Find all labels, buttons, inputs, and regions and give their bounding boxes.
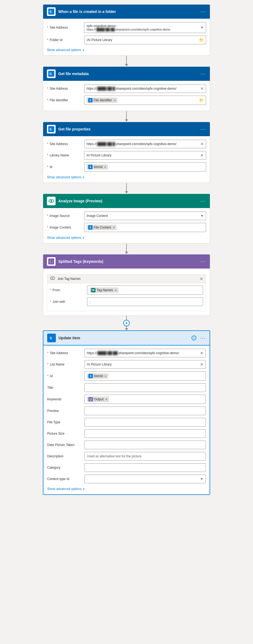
update-content-type-input[interactable]: ▼	[84, 475, 206, 483]
update-preview-row: Preview	[47, 407, 206, 415]
join-with-input[interactable]: ,	[87, 297, 203, 306]
join-tag-names-subcard: Join Tag Names ✕ * From 👁 Tag Names	[47, 274, 206, 311]
tags-more-btn[interactable]: ···	[200, 259, 206, 264]
update-id-input[interactable]: S ItemId ✕	[84, 371, 206, 381]
properties-card-title: Get file properties	[58, 127, 198, 131]
properties-library-name-input[interactable]: AI Picture Library ✕	[84, 151, 206, 160]
arrow-down-1	[125, 64, 128, 66]
metadata-card: S Get file metadata ··· * Site Address h…	[43, 66, 210, 111]
update-site-address-value: https:// ████ ██ ██.sharepoint.com/sites…	[87, 351, 179, 355]
trigger-card-body: * Site Address spfx-cognitive-demo - htt…	[43, 19, 210, 55]
update-id-label: * Id	[47, 374, 82, 378]
update-item-info-icon[interactable]: i	[192, 336, 196, 340]
comment-icon	[50, 276, 55, 281]
update-file-type-input[interactable]	[84, 418, 206, 427]
chip-close-icon-3[interactable]: ✕	[113, 226, 115, 229]
update-description-input[interactable]: Used as alternative text for the picture…	[84, 452, 206, 461]
flow-container: S When a file is created in a folder ···…	[4, 4, 249, 495]
analyze-image-source-row: * Image Source Image Content ▼	[47, 212, 206, 220]
update-keywords-chip-close[interactable]: ✕	[105, 398, 107, 401]
update-title-row: Title	[47, 383, 206, 392]
update-date-taken-input[interactable]	[84, 441, 206, 449]
properties-card-header: S Get file properties ···	[43, 122, 210, 136]
properties-site-address-input[interactable]: https:// ████ ██ █.sharepoint.com/sites/…	[84, 140, 206, 148]
properties-more-btn[interactable]: ···	[200, 127, 206, 132]
metadata-site-address-close[interactable]: ✕	[200, 86, 204, 91]
metadata-card-icon: S	[47, 69, 56, 78]
update-item-card-title: Update item	[59, 336, 189, 340]
update-date-taken-row: Date Picture Taken	[47, 441, 206, 449]
update-category-input[interactable]	[84, 463, 206, 472]
update-description-row: Description Used as alternative text for…	[47, 452, 206, 461]
update-picture-size-input[interactable]	[84, 429, 206, 438]
update-id-chip-close[interactable]: ✕	[104, 375, 107, 378]
join-from-input[interactable]: 👁 Tag Names ✕	[87, 286, 203, 295]
analyze-advanced-link[interactable]: Show advanced options ∨	[47, 236, 85, 240]
metadata-site-address-input[interactable]: https:// ████ ██ █.sharepoint.com/sites/…	[84, 84, 206, 93]
properties-advanced-link[interactable]: Show advanced options ∨	[47, 175, 85, 179]
trigger-advanced-link[interactable]: Show advanced options ∨	[47, 48, 85, 52]
update-item-card: S Update item i ··· * Site Address https…	[43, 330, 210, 495]
analyze-image-content-input[interactable]: S File Content ✕	[84, 223, 206, 232]
properties-library-name-close[interactable]: ✕	[200, 153, 204, 157]
properties-site-address-close[interactable]: ✕	[200, 142, 204, 146]
trigger-card: S When a file is created in a folder ···…	[43, 4, 210, 56]
properties-id-row: * Id S ItemId ✕	[47, 162, 206, 172]
trigger-folder-icon: 📁	[199, 38, 204, 42]
update-item-more-btn[interactable]: ···	[200, 336, 206, 340]
join-from-chip-close[interactable]: ✕	[115, 289, 117, 292]
analyze-image-source-value: Image Content	[87, 214, 108, 218]
properties-card-icon: S	[47, 125, 56, 133]
chip-sp-icon: S	[88, 98, 93, 102]
update-keywords-row: Keywords {} Output ✕	[47, 395, 206, 404]
update-advanced-link[interactable]: Show advanced options ∨	[47, 487, 85, 491]
update-preview-input[interactable]	[84, 407, 206, 415]
trigger-site-address-row: * Site Address spfx-cognitive-demo - htt…	[47, 22, 206, 33]
update-picture-size-row: Picture Size	[47, 429, 206, 438]
arrow-1	[125, 56, 128, 66]
analyze-image-source-input[interactable]: Image Content ▼	[84, 212, 206, 220]
plus-circle-btn[interactable]: +	[123, 320, 130, 326]
properties-library-name-label: * Library Name	[47, 153, 82, 157]
svg-rect-10	[51, 277, 54, 280]
metadata-more-btn[interactable]: ···	[200, 71, 206, 76]
update-list-name-close[interactable]: ✕	[200, 362, 203, 367]
join-from-label: * From	[50, 288, 85, 292]
trigger-folder-id-input[interactable]: /AI Picture Library 📁	[84, 36, 206, 44]
trigger-more-btn[interactable]: ···	[200, 9, 206, 14]
update-id-chip-label: ItemId	[94, 374, 103, 378]
arrow-3	[125, 183, 128, 194]
metadata-file-identifier-input[interactable]: S File identifier ✕ 📁	[84, 96, 206, 105]
update-category-row: Category	[47, 463, 206, 472]
chip-sp-icon-3: S	[88, 225, 93, 230]
properties-id-input[interactable]: S ItemId ✕	[84, 162, 206, 172]
update-site-address-close[interactable]: ✕	[200, 351, 203, 355]
chip-sp-icon-2: S	[88, 165, 93, 169]
update-title-input[interactable]	[84, 383, 206, 392]
update-list-name-value: AI Picture Library	[87, 363, 112, 366]
arrow-4	[125, 243, 128, 254]
update-keywords-input[interactable]: {} Output ✕	[84, 395, 206, 404]
svg-text:S: S	[49, 10, 52, 14]
properties-id-label: * Id	[47, 165, 82, 169]
join-tag-names-close[interactable]: ✕	[200, 277, 203, 281]
update-keywords-chip: {} Output ✕	[87, 397, 109, 402]
chip-label-3: File Content	[94, 226, 111, 229]
metadata-file-identifier-chip: S File identifier ✕	[87, 98, 117, 103]
svg-point-7	[50, 200, 52, 202]
trigger-site-address-input[interactable]: spfx-cognitive-demo - https:// ████ ██ █…	[84, 22, 206, 33]
update-site-address-input[interactable]: https:// ████ ██ ██.sharepoint.com/sites…	[84, 349, 206, 357]
chip-close-icon[interactable]: ✕	[114, 99, 116, 102]
metadata-site-address-label: * Site Address	[47, 87, 82, 90]
metadata-folder-icon: 📁	[199, 98, 204, 102]
trigger-card-title: When a file is created in a folder	[58, 9, 198, 14]
join-tag-names-body: * From 👁 Tag Names ✕ *	[47, 283, 206, 311]
chip-label: File identifier	[94, 98, 112, 102]
update-list-name-input[interactable]: AI Picture Library ✕	[84, 360, 206, 369]
update-title-label: Title	[47, 386, 82, 390]
chip-close-icon-2[interactable]: ✕	[104, 166, 106, 169]
arrow-down-4	[125, 252, 128, 254]
analyze-more-btn[interactable]: ···	[200, 199, 206, 203]
update-list-name-label: * List Name	[47, 363, 82, 366]
tags-card-icon: {;}	[47, 257, 56, 266]
